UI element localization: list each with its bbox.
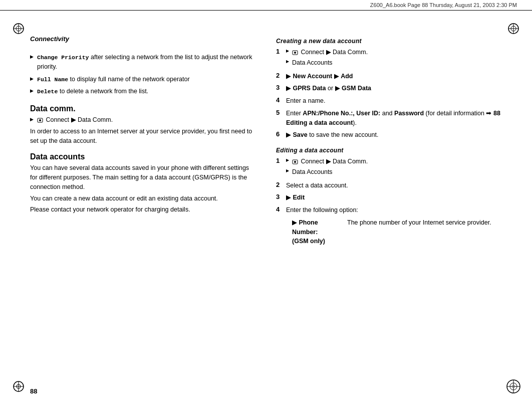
editing-section: Editing a data account 1 bbox=[276, 147, 502, 248]
edit-step-num-4: 4 bbox=[276, 206, 286, 213]
corner-mark-br bbox=[506, 379, 521, 394]
bullet-delete: Delete to delete a network from the list… bbox=[30, 87, 256, 96]
top-bar: Z600_A6.book Page 88 Thursday, August 21… bbox=[0, 0, 532, 11]
connect-icon-e1 bbox=[292, 159, 298, 165]
data-comm-nav-text: Connect ▶ Data Comm. bbox=[46, 116, 113, 123]
editing-step-4: 4 Enter the following option: ▶ PhoneNum… bbox=[276, 206, 502, 248]
step-1-content: Connect ▶ Data Comm. Data Accounts bbox=[286, 48, 502, 69]
step-3-content: ▶ GPRS Data or ▶ GSM Data bbox=[286, 84, 502, 93]
step-5-content: Enter APN:/Phone No.:, User ID: and Pass… bbox=[286, 109, 502, 128]
edit-step-2-content: Select a data account. bbox=[286, 181, 502, 190]
option-phone-desc: The phone number of your Internet servic… bbox=[347, 218, 502, 246]
creating-section: Creating a new data account 1 bbox=[276, 38, 502, 140]
change-priority-label: Change Priority bbox=[37, 54, 89, 61]
two-column-layout: Change Priority after selecting a networ… bbox=[30, 38, 502, 251]
data-comm-nav: Connect ▶ Data Comm. bbox=[30, 115, 256, 125]
top-bar-text: Z600_A6.book Page 88 Thursday, August 21… bbox=[370, 2, 517, 8]
delete-text: to delete a network from the list. bbox=[60, 88, 148, 95]
edit-step-1-content: Connect ▶ Data Comm. Data Accounts bbox=[286, 157, 502, 178]
page-container: Z600_A6.book Page 88 Thursday, August 21… bbox=[0, 0, 532, 405]
data-accounts-p3: Please contact your network operator for… bbox=[30, 205, 256, 215]
editing-title: Editing a data account bbox=[276, 147, 502, 154]
option-phone-label: ▶ PhoneNumber:(GSM only) bbox=[292, 218, 347, 246]
step-1-sub-2: Data Accounts bbox=[286, 58, 502, 68]
edit-step-1-sub-1-text: Connect ▶ Data Comm. bbox=[301, 158, 368, 165]
editing-step-1: 1 Connect ▶ Data Comm. bbox=[276, 157, 502, 178]
left-column: Change Priority after selecting a networ… bbox=[30, 38, 261, 251]
corner-mark-tr bbox=[506, 21, 521, 36]
full-name-label: Full Name bbox=[37, 76, 68, 83]
edit-step-num-1: 1 bbox=[276, 157, 286, 164]
step-num-2: 2 bbox=[276, 72, 286, 79]
creating-step-6: 6 ▶ Save to save the new account. bbox=[276, 130, 502, 140]
step-1-sub-1: Connect ▶ Data Comm. bbox=[286, 48, 502, 57]
edit-step-4-content: Enter the following option: ▶ PhoneNumbe… bbox=[286, 206, 502, 248]
edit-step-1-sub-2: Data Accounts bbox=[286, 167, 502, 177]
creating-step-2: 2 ▶ New Account ▶ Add bbox=[276, 72, 502, 81]
edit-step-num-3: 3 bbox=[276, 193, 286, 200]
step-6-content: ▶ Save to save the new account. bbox=[286, 130, 502, 140]
creating-step-3: 3 ▶ GPRS Data or ▶ GSM Data bbox=[276, 84, 502, 93]
page-number: 88 bbox=[30, 387, 37, 395]
corner-mark-bl bbox=[11, 379, 26, 394]
edit-step-3-text: ▶ Edit bbox=[286, 194, 305, 201]
svg-point-18 bbox=[39, 119, 41, 121]
creating-title: Creating a new data account bbox=[276, 38, 502, 45]
data-accounts-p2: You can create a new data account or edi… bbox=[30, 194, 256, 204]
step-6-text: ▶ Save to save the new account. bbox=[286, 131, 378, 138]
connect-icon-s1 bbox=[292, 50, 298, 56]
right-column: Creating a new data account 1 bbox=[276, 38, 502, 251]
creating-step-4: 4 Enter a name. bbox=[276, 96, 502, 106]
edit-step-1-sub-1: Connect ▶ Data Comm. bbox=[286, 157, 502, 166]
step-4-text: Enter a name. bbox=[286, 97, 326, 104]
edit-step-4-text: Enter the following option: bbox=[286, 207, 358, 214]
edit-step-num-2: 2 bbox=[276, 181, 286, 188]
step-1-sub-1-text: Connect ▶ Data Comm. bbox=[301, 49, 368, 56]
data-comm-section: Data comm. Connect ▶ Data Comm. In order… bbox=[30, 104, 256, 145]
bullet-list: Change Priority after selecting a networ… bbox=[30, 53, 256, 96]
creating-step-1: 1 Connect ▶ Data Comm. bbox=[276, 48, 502, 69]
step-num-1: 1 bbox=[276, 48, 286, 55]
delete-label: Delete bbox=[37, 88, 58, 95]
data-accounts-title: Data accounts bbox=[30, 152, 256, 161]
edit-step-3-content: ▶ Edit bbox=[286, 193, 502, 202]
bullet-full-name: Full Name to display full name of the ne… bbox=[30, 75, 256, 84]
option-table: ▶ PhoneNumber:(GSM only) The phone numbe… bbox=[292, 218, 502, 246]
step-1-sub-2-text: Data Accounts bbox=[292, 59, 333, 66]
option-row-phone: ▶ PhoneNumber:(GSM only) The phone numbe… bbox=[292, 218, 502, 246]
step-num-6: 6 bbox=[276, 130, 286, 138]
data-accounts-section: Data accounts You can have several data … bbox=[30, 152, 256, 215]
editing-steps: 1 Connect ▶ Data Comm. bbox=[276, 157, 502, 248]
data-accounts-p1: You can have several data accounts saved… bbox=[30, 163, 256, 191]
creating-step-5: 5 Enter APN:/Phone No.:, User ID: and Pa… bbox=[276, 109, 502, 128]
creating-steps: 1 Connect ▶ Data Comm. bbox=[276, 48, 502, 140]
edit-step-1-sub-2-text: Data Accounts bbox=[292, 168, 333, 175]
full-name-text: to display full name of the network oper… bbox=[70, 76, 190, 83]
corner-mark-tl bbox=[11, 21, 26, 36]
step-5-text: Enter APN:/Phone No.:, User ID: and Pass… bbox=[286, 110, 500, 126]
step-2-text: ▶ New Account ▶ Add bbox=[286, 73, 353, 80]
bullet-change-priority: Change Priority after selecting a networ… bbox=[30, 53, 256, 72]
edit-step-2-text: Select a data account. bbox=[286, 182, 348, 189]
data-comm-title: Data comm. bbox=[30, 104, 256, 113]
step-3-text: ▶ GPRS Data or ▶ GSM Data bbox=[286, 85, 371, 92]
svg-point-20 bbox=[294, 52, 296, 54]
editing-step-3: 3 ▶ Edit bbox=[276, 193, 502, 202]
svg-point-22 bbox=[294, 161, 296, 163]
step-num-5: 5 bbox=[276, 109, 286, 116]
connect-icon bbox=[37, 117, 43, 123]
step-2-content: ▶ New Account ▶ Add bbox=[286, 72, 502, 81]
step-num-4: 4 bbox=[276, 96, 286, 104]
data-comm-body: In order to access to an Internet server… bbox=[30, 127, 256, 146]
phone-arrow: ▶ bbox=[292, 219, 299, 226]
step-num-3: 3 bbox=[276, 84, 286, 91]
editing-step-2: 2 Select a data account. bbox=[276, 181, 502, 190]
content-area: Change Priority after selecting a networ… bbox=[30, 33, 502, 380]
step-4-content: Enter a name. bbox=[286, 96, 502, 106]
